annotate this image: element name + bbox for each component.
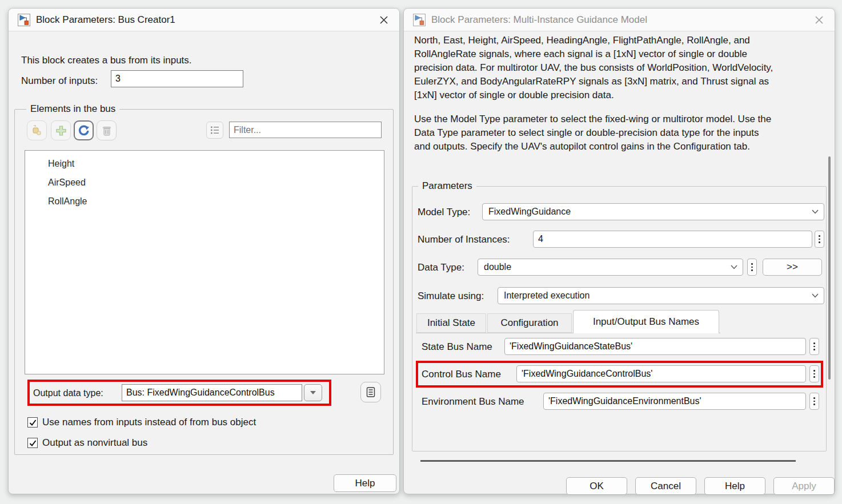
simulink-block-icon xyxy=(413,14,426,26)
number-of-inputs-label: Number of inputs: xyxy=(21,75,98,87)
tab-input-output-bus-names[interactable]: Input/Output Bus Names xyxy=(573,310,719,333)
chevron-down-icon xyxy=(812,293,819,298)
description-line: North, East, Height, AirSpeed, HeadingAn… xyxy=(414,34,827,47)
control-bus-name-input[interactable] xyxy=(516,365,806,382)
description-line: and outputs. Specify the UAV's autopilot… xyxy=(414,140,827,154)
list-view-toggle-button[interactable] xyxy=(206,122,223,139)
output-data-type-label: Output data type: xyxy=(33,388,103,398)
data-type-label: Data Type: xyxy=(418,262,464,273)
tab-configuration[interactable]: Configuration xyxy=(487,313,572,333)
window-title: Block Parameters: Multi-Instance Guidanc… xyxy=(431,14,647,26)
instances-label: Number of Instances: xyxy=(418,234,510,245)
description-line: [1xN] vector of single or double precisi… xyxy=(414,88,827,102)
control-bus-name-label: Control Bus Name xyxy=(422,369,501,380)
dialog-description: This block creates a bus from its inputs… xyxy=(21,55,192,66)
output-data-type-dropdown-button[interactable] xyxy=(304,384,322,401)
nonvirtual-checkbox-label: Output as nonvirtual bus xyxy=(42,437,147,449)
environment-bus-name-input[interactable] xyxy=(543,393,806,410)
add-bus-element-button[interactable] xyxy=(27,120,47,140)
guidance-model-titlebar[interactable]: Block Parameters: Multi-Instance Guidanc… xyxy=(404,9,835,31)
expand-button[interactable]: >> xyxy=(763,259,822,276)
bus-element-icon xyxy=(31,124,43,137)
number-of-inputs-input[interactable] xyxy=(111,70,243,87)
data-type-value: double xyxy=(484,262,511,272)
help-button[interactable]: Help xyxy=(334,474,396,492)
list-item[interactable]: Height xyxy=(48,159,74,169)
instances-input[interactable] xyxy=(533,231,812,248)
close-icon[interactable] xyxy=(813,14,825,26)
trash-icon xyxy=(101,124,113,137)
chevron-down-icon xyxy=(731,265,737,269)
model-type-label: Model Type: xyxy=(418,207,470,218)
simulate-using-value: Interpreted execution xyxy=(504,291,590,301)
description-line: EulerZYX, and BodyAngularRateRPY signals… xyxy=(414,75,827,88)
elements-group-title: Elements in the bus xyxy=(26,103,119,115)
show-bus-object-button[interactable] xyxy=(360,382,381,402)
data-type-menu-button[interactable] xyxy=(747,259,757,276)
bus-creator-dialog: Block Parameters: Bus Creator1 This bloc… xyxy=(8,8,400,494)
checkbox-checked-icon[interactable] xyxy=(27,438,38,448)
plus-icon xyxy=(55,124,67,137)
button-area-divider xyxy=(420,460,796,462)
refresh-button[interactable] xyxy=(74,120,94,140)
window-title: Block Parameters: Bus Creator1 xyxy=(36,14,175,26)
help-button[interactable]: Help xyxy=(704,477,765,495)
refresh-icon xyxy=(77,124,90,137)
description-line: RollAngleRate signals, where each signal… xyxy=(414,47,827,61)
output-data-type-input[interactable] xyxy=(122,384,302,401)
delete-button[interactable] xyxy=(97,120,117,140)
use-names-checkbox-row[interactable]: Use names from inputs instead of from bu… xyxy=(27,417,256,428)
environment-bus-menu-button[interactable] xyxy=(809,393,819,410)
list-item[interactable]: RollAngle xyxy=(48,196,87,207)
list-item[interactable]: AirSpeed xyxy=(48,178,86,188)
instances-menu-button[interactable] xyxy=(815,231,824,248)
bus-creator-titlebar[interactable]: Block Parameters: Bus Creator1 xyxy=(9,9,399,31)
parameters-group-title: Parameters xyxy=(418,180,476,192)
chevron-down-icon xyxy=(812,209,819,214)
document-list-icon xyxy=(365,386,376,398)
simulink-block-icon xyxy=(18,14,30,26)
tab-initial-state[interactable]: Initial State xyxy=(416,313,486,333)
state-bus-name-label: State Bus Name xyxy=(422,341,492,353)
dropdown-arrow-icon xyxy=(310,391,316,394)
simulate-using-combobox[interactable]: Interpreted execution xyxy=(498,287,824,304)
add-signal-button[interactable] xyxy=(51,120,71,140)
bus-elements-list[interactable]: Height AirSpeed RollAngle xyxy=(25,150,384,374)
state-bus-menu-button[interactable] xyxy=(809,338,819,355)
model-type-combobox[interactable]: FixedWingGuidance xyxy=(482,203,824,220)
use-names-checkbox-label: Use names from inputs instead of from bu… xyxy=(42,417,256,428)
ok-button[interactable]: OK xyxy=(566,477,627,495)
description-line: Use the Model Type parameter to select t… xyxy=(414,112,827,126)
vertical-scrollbar[interactable] xyxy=(828,156,831,380)
data-type-combobox[interactable]: double xyxy=(478,259,743,276)
environment-bus-name-label: Environment Bus Name xyxy=(422,396,524,408)
control-bus-menu-button[interactable] xyxy=(809,365,819,382)
state-bus-name-input[interactable] xyxy=(504,338,806,355)
checkbox-checked-icon[interactable] xyxy=(27,417,38,428)
description-line: Data Type parameter to select single or … xyxy=(414,126,827,140)
apply-button[interactable]: Apply xyxy=(773,477,835,495)
close-icon[interactable] xyxy=(378,14,390,26)
bullet-list-icon xyxy=(210,125,220,135)
simulate-using-label: Simulate using: xyxy=(418,291,484,302)
filter-input[interactable] xyxy=(229,122,382,138)
guidance-model-dialog: Block Parameters: Multi-Instance Guidanc… xyxy=(403,8,835,494)
model-type-value: FixedWingGuidance xyxy=(488,207,571,217)
description-line: precision data. For multirotor UAV, the … xyxy=(414,61,827,75)
cancel-button[interactable]: Cancel xyxy=(635,477,696,495)
nonvirtual-checkbox-row[interactable]: Output as nonvirtual bus xyxy=(27,437,147,449)
